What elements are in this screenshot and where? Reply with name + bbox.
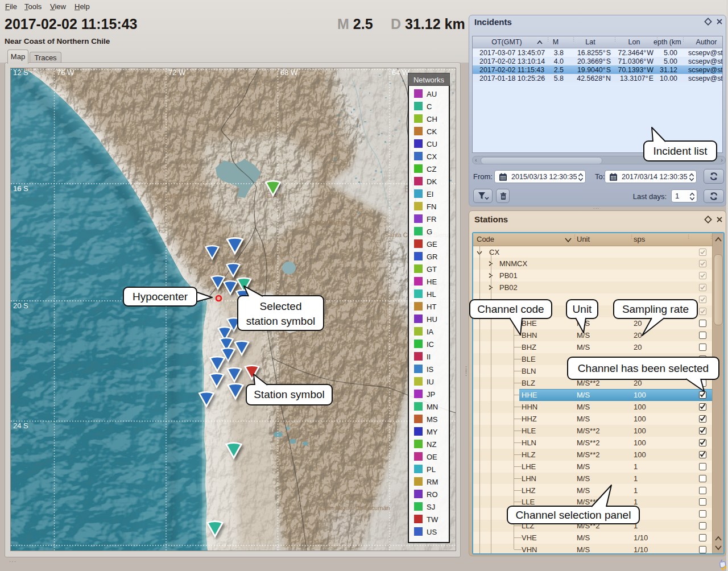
- svg-text:76 W: 76 W: [57, 68, 75, 77]
- svg-text:Arequipa: Arequipa: [156, 193, 182, 200]
- svg-text:Cochabamba: Cochabamba: [311, 219, 348, 226]
- svg-text:64 W: 64 W: [392, 68, 410, 77]
- svg-text:72 W: 72 W: [168, 68, 186, 77]
- svg-text:68 W: 68 W: [280, 68, 298, 77]
- svg-text:San Miguel de Tucumán: San Miguel de Tucumán: [322, 504, 390, 511]
- svg-text:16 S: 16 S: [13, 184, 28, 193]
- svg-text:20 S: 20 S: [13, 301, 28, 310]
- svg-text:El Alto: El Alto: [266, 192, 284, 199]
- svg-text:24 S: 24 S: [13, 421, 28, 430]
- svg-text:Lima: Lima: [20, 68, 34, 72]
